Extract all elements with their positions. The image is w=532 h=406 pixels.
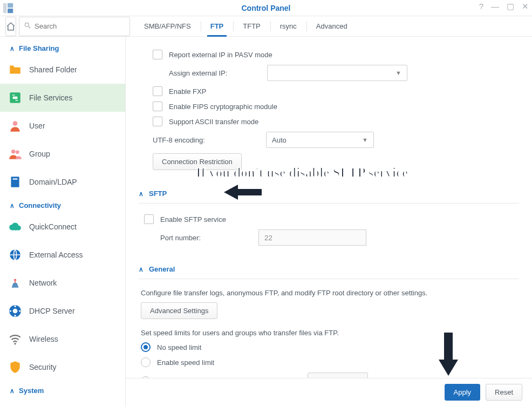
advanced-settings-button[interactable]: Advanced Settings [141, 302, 217, 319]
sidebar-item-label: External Access [29, 251, 83, 259]
chevron-up-icon: ∧ [10, 387, 15, 395]
sidebar-group-connectivity[interactable]: ∧Connectivity [0, 196, 125, 213]
help-icon[interactable]: ? [479, 2, 483, 11]
label-enable-fips: Enable FIPS cryptographic module [169, 103, 277, 111]
sidebar-item-external-access[interactable]: External Access [0, 241, 125, 269]
svg-point-18 [14, 315, 16, 316]
search-input[interactable] [35, 22, 125, 30]
radio-speed-schedule[interactable] [141, 376, 151, 378]
label-enable-speed-limit: Enable speed limit [157, 358, 214, 367]
label-utf8: UTF-8 encoding: [153, 136, 260, 144]
sidebar-group-file-sharing[interactable]: ∧File Sharing [0, 39, 125, 56]
toolbar-row: SMB/AFP/NFS FTP TFTP rsync Advanced [0, 16, 532, 37]
tab-advanced[interactable]: Advanced [306, 16, 357, 36]
cloud-icon [8, 219, 23, 234]
tab-ftp[interactable]: FTP [201, 16, 234, 36]
sidebar-item-label: Shared Folder [29, 65, 77, 74]
label-enable-sftp: Enable SFTP service [160, 215, 226, 224]
home-button[interactable] [5, 17, 16, 36]
tab-tftp[interactable]: TFTP [233, 16, 270, 36]
label-port: Port number: [160, 234, 252, 242]
sidebar-item-file-services[interactable]: File Services [0, 84, 125, 112]
sidebar-item-label: QuickConnect [29, 222, 77, 231]
content-area: Report external IP in PASV mode Assign e… [126, 37, 532, 406]
minimize-icon[interactable]: — [491, 2, 499, 11]
svg-point-6 [13, 121, 18, 126]
checkbox-enable-sftp[interactable] [144, 214, 154, 224]
user-icon [8, 118, 23, 133]
chevron-up-icon: ∧ [10, 202, 15, 209]
chevron-down-icon: ▼ [395, 70, 401, 76]
ftp-section-body: Report external IP in PASV mode Assign e… [139, 42, 519, 181]
select-assign-ip[interactable]: ▼ [267, 65, 407, 81]
wifi-icon [8, 331, 23, 347]
antenna-icon [8, 275, 23, 290]
chevron-down-icon: ▼ [362, 137, 368, 143]
radio-enable-speed-limit[interactable] [141, 357, 151, 367]
svg-rect-9 [11, 177, 19, 187]
svg-point-16 [14, 306, 16, 307]
sidebar-item-wireless[interactable]: Wireless [0, 325, 125, 353]
apply-button[interactable]: Apply [445, 384, 481, 401]
sidebar-item-dhcp-server[interactable]: DHCP Server [0, 297, 125, 325]
maximize-icon[interactable]: ▢ [507, 2, 514, 11]
tab-smb[interactable]: SMB/AFP/NFS [134, 16, 201, 36]
svg-point-19 [10, 310, 11, 312]
sidebar-item-network[interactable]: Network [0, 269, 125, 297]
radio-no-speed-limit[interactable] [141, 342, 151, 352]
home-icon [6, 22, 16, 31]
svg-rect-10 [13, 179, 18, 180]
sidebar-group-system[interactable]: ∧System [0, 381, 125, 398]
book-icon [8, 174, 23, 190]
dhcp-icon [8, 303, 23, 319]
globe-icon [8, 247, 23, 262]
close-icon[interactable]: ✕ [522, 2, 529, 11]
group-icon [8, 146, 23, 161]
svg-point-7 [11, 150, 16, 154]
sidebar-item-label: DHCP Server [29, 307, 75, 315]
checkbox-enable-fips[interactable] [153, 102, 162, 111]
sidebar-item-label: User [29, 121, 45, 130]
sidebar-item-label: Wireless [29, 335, 58, 343]
section-header-general[interactable]: ∧General [139, 260, 519, 279]
sidebar-item-info-center[interactable]: i Info Center [0, 398, 125, 406]
select-utf8[interactable]: Auto▼ [266, 132, 374, 148]
checkbox-report-pasv[interactable] [153, 50, 162, 59]
sftp-section-body: Enable SFTP service Port number: [139, 204, 519, 256]
sidebar-item-label: File Services [29, 93, 72, 102]
chevron-up-icon: ∧ [10, 45, 15, 52]
chevron-up-icon: ∧ [139, 266, 144, 273]
sidebar-item-user[interactable]: User [0, 112, 125, 140]
search-box[interactable] [19, 17, 130, 36]
svg-point-15 [13, 309, 18, 314]
checkbox-enable-fxp[interactable] [153, 86, 162, 96]
set-schedule-button[interactable]: Set Schedule [308, 373, 367, 378]
section-header-sftp[interactable]: ∧SFTP [139, 184, 519, 204]
shield-icon [8, 360, 23, 375]
checkbox-support-ascii[interactable] [153, 117, 162, 126]
search-icon [24, 22, 31, 31]
tab-rsync[interactable]: rsync [270, 16, 306, 36]
label-no-speed-limit: No speed limit [157, 343, 201, 351]
sidebar-item-security[interactable]: Security [0, 353, 125, 381]
svg-point-12 [14, 279, 16, 281]
sidebar-item-group[interactable]: Group [0, 140, 125, 168]
chevron-up-icon: ∧ [139, 190, 144, 198]
svg-point-8 [16, 151, 19, 154]
folder-icon [8, 62, 23, 77]
sidebar-item-domain-ldap[interactable]: Domain/LDAP [0, 168, 125, 196]
reset-button[interactable]: Reset [486, 384, 522, 401]
sidebar-item-label: Network [29, 279, 57, 287]
sidebar-item-shared-folder[interactable]: Shared Folder [0, 56, 125, 84]
label-support-ascii: Support ASCII transfer mode [169, 118, 258, 126]
window-title: Control Panel [0, 4, 532, 12]
sidebar-item-quickconnect[interactable]: QuickConnect [0, 213, 125, 241]
sidebar-item-label: Domain/LDAP [29, 178, 77, 186]
connection-restriction-button[interactable]: Connection Restriction [153, 153, 242, 170]
svg-point-20 [14, 343, 16, 344]
window-titlebar: Control Panel ? — ▢ ✕ [0, 0, 532, 16]
input-sftp-port[interactable] [258, 229, 366, 246]
label-report-pasv: Report external IP in PASV mode [169, 51, 272, 59]
sidebar-item-label: Security [29, 363, 57, 371]
label-assign-ip: Assign external IP: [169, 69, 261, 77]
